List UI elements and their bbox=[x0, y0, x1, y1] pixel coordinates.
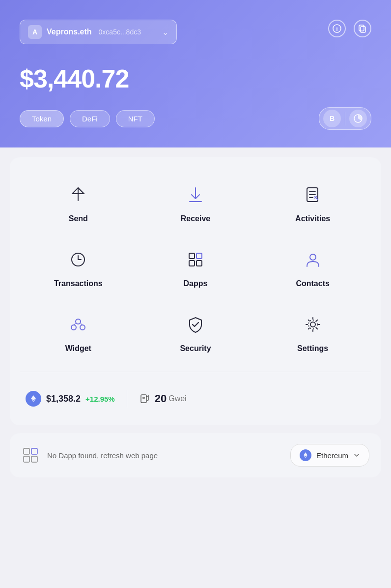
contacts-action[interactable]: Contacts bbox=[254, 237, 371, 302]
contacts-label: Contacts bbox=[296, 279, 329, 288]
activities-action[interactable]: Activities bbox=[254, 172, 371, 237]
svg-rect-18 bbox=[189, 253, 195, 259]
card-divider bbox=[20, 372, 371, 372]
svg-point-25 bbox=[80, 325, 85, 330]
dapps-icon bbox=[183, 247, 208, 272]
copy-button[interactable] bbox=[354, 20, 371, 37]
activities-label: Activities bbox=[295, 214, 330, 223]
svg-point-24 bbox=[71, 325, 76, 330]
network-name: Ethereum bbox=[316, 451, 348, 460]
info-button[interactable]: i bbox=[328, 20, 346, 37]
svg-text:B: B bbox=[330, 115, 335, 122]
svg-point-28 bbox=[310, 322, 315, 327]
wallet-avatar: A bbox=[28, 25, 42, 39]
settings-label: Settings bbox=[297, 344, 328, 353]
widget-action[interactable]: Widget bbox=[20, 302, 137, 367]
actions-grid: Send Receive bbox=[20, 172, 371, 367]
svg-marker-30 bbox=[31, 395, 36, 400]
svg-rect-2 bbox=[361, 27, 365, 32]
right-icon-group: B bbox=[319, 107, 371, 130]
tab-defi[interactable]: DeFi bbox=[70, 110, 110, 127]
b-icon-button[interactable]: B bbox=[323, 110, 341, 127]
gas-icon bbox=[139, 393, 151, 405]
svg-rect-34 bbox=[24, 448, 29, 454]
eth-price: $1,358.2 bbox=[46, 394, 81, 404]
eth-logo bbox=[26, 391, 41, 407]
security-label: Security bbox=[180, 344, 211, 353]
svg-rect-35 bbox=[31, 448, 37, 454]
svg-rect-19 bbox=[196, 253, 202, 259]
send-action[interactable]: Send bbox=[20, 172, 137, 237]
address-bar[interactable]: A Veprons.eth 0xca5c...8dc3 ⌄ bbox=[20, 20, 177, 44]
main-card: Send Receive bbox=[10, 157, 381, 425]
svg-rect-20 bbox=[189, 261, 195, 266]
settings-icon bbox=[300, 312, 326, 337]
icon-divider bbox=[345, 112, 345, 125]
svg-text:i: i bbox=[336, 26, 337, 32]
tab-token[interactable]: Token bbox=[20, 110, 64, 127]
svg-point-22 bbox=[310, 254, 316, 260]
security-action[interactable]: Security bbox=[137, 302, 254, 367]
transactions-icon bbox=[65, 247, 91, 272]
svg-line-8 bbox=[72, 188, 78, 194]
header-icons: i bbox=[328, 20, 371, 37]
svg-rect-37 bbox=[31, 456, 37, 462]
svg-marker-38 bbox=[304, 452, 307, 456]
receive-icon bbox=[183, 182, 208, 207]
chevron-down-icon[interactable]: ⌄ bbox=[162, 28, 168, 37]
svg-line-6 bbox=[78, 188, 84, 194]
widget-icon bbox=[65, 312, 91, 337]
security-icon bbox=[183, 312, 208, 337]
dropdown-chevron-icon bbox=[353, 452, 360, 459]
svg-rect-33 bbox=[142, 397, 145, 399]
gas-amount: 20 bbox=[155, 392, 167, 405]
send-icon bbox=[65, 182, 91, 207]
send-label: Send bbox=[69, 214, 88, 223]
tab-nft[interactable]: NFT bbox=[116, 110, 155, 127]
activities-icon bbox=[300, 182, 326, 207]
dapps-label: Dapps bbox=[184, 279, 208, 288]
eth-change: +12.95% bbox=[85, 395, 115, 403]
eth-network-icon bbox=[300, 449, 311, 461]
svg-point-29 bbox=[308, 320, 317, 329]
wallet-address: 0xca5c...8dc3 bbox=[99, 28, 141, 36]
dapp-grid-icon bbox=[22, 446, 39, 464]
svg-rect-3 bbox=[359, 25, 364, 31]
contacts-icon bbox=[300, 247, 326, 272]
dapp-bar: No Dapp found, refresh web page Ethereum bbox=[10, 433, 381, 477]
receive-action[interactable]: Receive bbox=[137, 172, 254, 237]
transactions-action[interactable]: Transactions bbox=[20, 237, 137, 302]
svg-point-23 bbox=[76, 319, 81, 324]
widget-label: Widget bbox=[65, 344, 91, 353]
transactions-label: Transactions bbox=[54, 279, 103, 288]
network-selector[interactable]: Ethereum bbox=[290, 444, 369, 467]
dapp-message: No Dapp found, refresh web page bbox=[47, 451, 282, 460]
gas-unit: Gwei bbox=[168, 394, 186, 403]
svg-rect-21 bbox=[196, 261, 202, 266]
stats-row: $1,358.2 +12.95% 20 Gwei bbox=[20, 382, 371, 415]
svg-rect-36 bbox=[24, 456, 29, 462]
hero-section: A Veprons.eth 0xca5c...8dc3 ⌄ i $3,440.7… bbox=[0, 0, 391, 147]
stats-divider bbox=[127, 390, 127, 408]
dapps-action[interactable]: Dapps bbox=[137, 237, 254, 302]
balance-amount: $3,440.72 bbox=[20, 64, 371, 93]
settings-action[interactable]: Settings bbox=[254, 302, 371, 367]
receive-label: Receive bbox=[181, 214, 211, 223]
wallet-name: Veprons.eth bbox=[47, 28, 92, 36]
chart-icon-button[interactable] bbox=[349, 110, 367, 127]
tab-row: Token DeFi NFT B bbox=[20, 107, 371, 130]
